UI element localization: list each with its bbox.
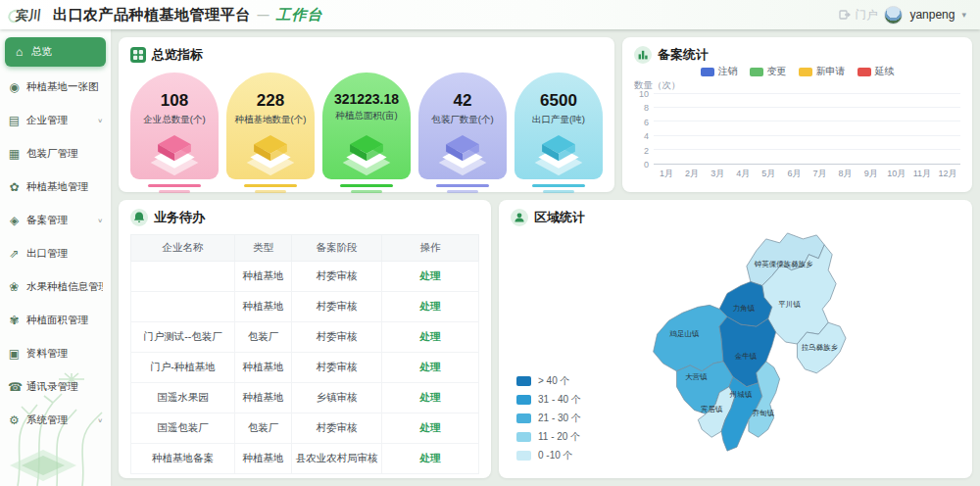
app-logo: 宾川 xyxy=(10,4,39,25)
map-legend-swatch xyxy=(516,432,531,442)
todo-tbody: 种植基地村委审核处理种植基地村委审核处理门户测试--包装厂包装厂村委审核处理门户… xyxy=(131,262,479,474)
map-icon: ◉ xyxy=(8,80,21,94)
stat-label: 出口产量(吨) xyxy=(514,114,603,126)
y-tick-label: 8 xyxy=(644,103,649,113)
avatar[interactable] xyxy=(884,6,903,24)
stat-label: 企业总数量(个) xyxy=(130,114,219,126)
table-row: 种植基地村委审核处理 xyxy=(131,292,479,322)
stat-arch: 228种植基地数量(个) xyxy=(226,73,315,179)
stat-underline xyxy=(340,184,393,187)
cell-type: 种植基地 xyxy=(235,353,292,383)
stat-underline xyxy=(447,190,478,193)
person-pin-icon xyxy=(511,209,528,226)
handle-link[interactable]: 处理 xyxy=(420,421,441,433)
sidebar-item-种植基地管理[interactable]: ✿种植基地管理 xyxy=(0,170,111,204)
map-region-label: 拉乌彝族乡 xyxy=(802,343,839,352)
map-legend-swatch xyxy=(516,376,531,386)
legend-item-新申请: 新申请 xyxy=(799,65,846,78)
stat-value: 228 xyxy=(226,92,315,111)
handle-link[interactable]: 处理 xyxy=(420,452,441,463)
map-legend-label: 21 - 30 个 xyxy=(538,412,581,425)
column-header: 操作 xyxy=(382,235,479,262)
sidebar: ⌂总览◉种植基地一张图▤企业管理∨▦包装厂管理✿种植基地管理◈备案管理∨⇗出口管… xyxy=(0,29,111,486)
sidebar-item-包装厂管理[interactable]: ▦包装厂管理 xyxy=(0,137,111,170)
filing-y-axis-title: 数量（次） xyxy=(634,79,960,92)
cell-action: 处理 xyxy=(382,322,479,353)
username[interactable]: yanpeng xyxy=(909,8,955,22)
handle-link[interactable]: 处理 xyxy=(420,330,441,342)
section-title: 备案统计 xyxy=(658,46,709,64)
sidebar-item-总览[interactable]: ⌂总览 xyxy=(5,37,106,67)
bell-icon xyxy=(130,209,148,226)
contacts-icon: ☎ xyxy=(8,380,21,394)
overview-panel: 总览指标 108企业总数量(个)228种植基地数量(个)321223.18种植总… xyxy=(119,37,614,192)
legend-label: 延续 xyxy=(875,65,895,78)
stat-underline xyxy=(543,190,574,193)
section-title: 业务待办 xyxy=(154,209,205,226)
map-legend-label: 31 - 40 个 xyxy=(538,393,581,407)
gridline xyxy=(654,121,960,122)
handle-link[interactable]: 处理 xyxy=(420,361,441,372)
y-tick-label: 4 xyxy=(644,131,649,141)
portal-label: 门户 xyxy=(855,8,877,23)
stat-value: 321223.18 xyxy=(322,92,411,107)
legend-swatch xyxy=(750,68,763,76)
sidebar-item-通讯录管理[interactable]: ☎通讯录管理 xyxy=(0,370,111,404)
cell-stage: 村委审核 xyxy=(292,353,382,383)
sidebar-item-种植基地一张图[interactable]: ◉种植基地一张图 xyxy=(0,71,111,104)
y-tick-label: 0 xyxy=(644,160,649,170)
stat-value: 42 xyxy=(418,92,507,111)
sidebar-item-水果种植信息管理[interactable]: ❀水果种植信息管理 xyxy=(0,270,111,304)
sidebar-item-企业管理[interactable]: ▤企业管理∨ xyxy=(0,104,111,137)
sidebar-item-出口管理[interactable]: ⇗出口管理 xyxy=(0,237,111,270)
gridline xyxy=(654,93,960,94)
bar-chart-icon xyxy=(634,46,652,64)
cell-type: 种植基地 xyxy=(235,262,292,292)
cell-type: 种植基地 xyxy=(235,383,292,413)
gear-icon: ⚙ xyxy=(8,413,21,427)
logo-text: 宾川 xyxy=(15,7,42,24)
stat-3d-icon xyxy=(337,133,396,175)
cell-company: 种植基地备案 xyxy=(131,444,235,474)
handle-link[interactable]: 处理 xyxy=(420,391,441,403)
sidebar-item-label: 水果种植信息管理 xyxy=(26,280,103,294)
sidebar-item-备案管理[interactable]: ◈备案管理∨ xyxy=(0,204,111,237)
cell-action: 处理 xyxy=(382,383,479,413)
building-icon: ▤ xyxy=(8,114,21,127)
column-header: 类型 xyxy=(235,235,292,262)
stat-underline xyxy=(532,184,585,187)
export-icon: ⇗ xyxy=(8,247,21,261)
sidebar-item-种植面积管理[interactable]: ✾种植面积管理 xyxy=(0,304,111,337)
handle-link[interactable]: 处理 xyxy=(420,300,441,312)
sidebar-item-label: 系统管理 xyxy=(26,413,68,427)
x-tick-label: 1月 xyxy=(654,168,679,180)
sidebar-menu: ⌂总览◉种植基地一张图▤企业管理∨▦包装厂管理✿种植基地管理◈备案管理∨⇗出口管… xyxy=(0,37,111,437)
cell-company: 国遥水果园 xyxy=(131,383,235,413)
portal-button[interactable]: 门户 xyxy=(839,8,877,23)
chevron-down-icon: ∨ xyxy=(97,118,103,124)
user-menu-caret-icon[interactable]: ▾ xyxy=(961,10,966,20)
table-row: 门户-种植基地种植基地村委审核处理 xyxy=(131,353,479,383)
x-tick-label: 3月 xyxy=(705,168,730,180)
legend-swatch xyxy=(799,68,812,76)
map-region-label: 平川镇 xyxy=(778,300,801,309)
todo-header-row: 企业名称类型备案阶段操作 xyxy=(131,235,479,262)
table-row: 国遥包装厂包装厂村委审核处理 xyxy=(131,413,479,444)
sidebar-item-系统管理[interactable]: ⚙系统管理∨ xyxy=(0,404,111,437)
cell-stage: 乡镇审核 xyxy=(292,383,382,413)
cell-type: 包装厂 xyxy=(235,413,292,444)
stat-underline xyxy=(159,190,190,193)
stat-underline xyxy=(436,184,489,187)
map-legend-label: > 40 个 xyxy=(538,374,570,388)
cell-stage: 村委审核 xyxy=(292,292,382,322)
sidebar-item-label: 种植基地管理 xyxy=(26,180,88,194)
x-tick-label: 9月 xyxy=(858,168,884,180)
x-tick-label: 10月 xyxy=(884,168,909,180)
stat-card-packing: 42包装厂数量(个) xyxy=(418,73,507,193)
handle-link[interactable]: 处理 xyxy=(420,269,441,281)
stat-label: 种植总面积(亩) xyxy=(322,110,411,122)
table-row: 门户测试--包装厂包装厂村委审核处理 xyxy=(131,322,479,353)
y-tick-label: 6 xyxy=(644,118,649,127)
todo-table: 企业名称类型备案阶段操作 种植基地村委审核处理种植基地村委审核处理门户测试--包… xyxy=(130,234,479,474)
sidebar-item-资料管理[interactable]: ▣资料管理 xyxy=(0,337,111,370)
